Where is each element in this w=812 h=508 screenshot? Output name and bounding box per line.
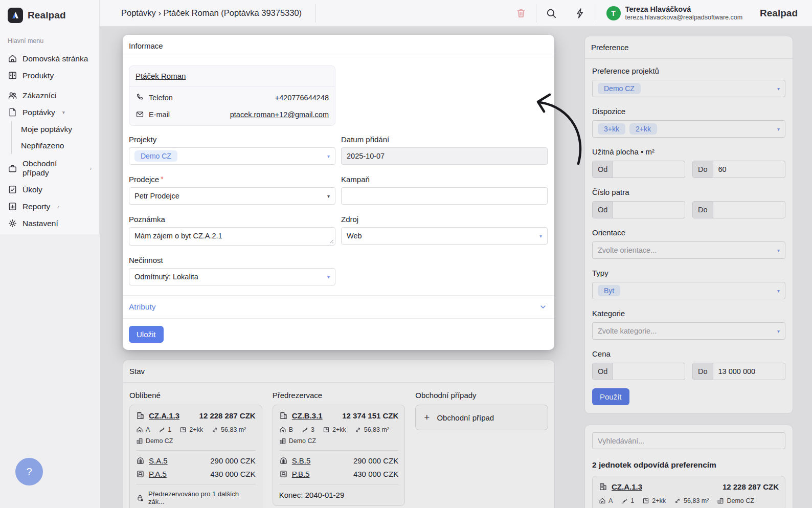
select-placeholder: Zvolte orientace... — [598, 246, 657, 254]
caret-right-icon: › — [90, 166, 92, 171]
sidebar-item-poptavky[interactable]: Poptávky ▾ — [4, 104, 95, 120]
field-poznamka: Poznámka Mám zájem o byt CZ.A.2.1 — [129, 215, 335, 246]
sidebar-item-domovska-stranka[interactable]: Domovská stránka — [4, 51, 95, 67]
poznamka-textarea[interactable]: Mám zájem o byt CZ.A.2.1 — [134, 232, 330, 245]
field-datum-pridani: Datum přidání 2025-10-07 — [341, 135, 548, 165]
resize-grip-icon[interactable] — [329, 239, 334, 244]
caret-down-icon: ▾ — [777, 328, 780, 334]
spec-value: 56,83 m² — [684, 497, 709, 504]
floor-from-input[interactable] — [613, 202, 685, 218]
to-affix: Do — [693, 202, 713, 218]
kampan-input[interactable] — [347, 188, 542, 204]
area-to-input[interactable] — [713, 161, 785, 178]
sidebar-item-label: Obchodní případy — [22, 159, 83, 178]
header-brand: Realpad — [760, 8, 798, 19]
field-projekty: Projekty Demo CZ ▾ — [129, 135, 335, 165]
stairs-icon — [621, 497, 628, 504]
unit-link[interactable]: CZ.A.1.3 — [612, 482, 642, 491]
price-to-input[interactable] — [713, 363, 785, 380]
lightning-icon[interactable] — [574, 8, 585, 19]
spec-value: B — [289, 426, 293, 433]
zdroj-select[interactable]: Web ▾ — [341, 227, 548, 245]
unit-specs: A 1 2+kk 56,83 m² — [136, 426, 256, 433]
sidebar-item-zakaznici[interactable]: Zákazníci — [4, 87, 95, 103]
date-added-field: 2025-10-07 — [341, 147, 548, 165]
projekty-select[interactable]: Demo CZ ▾ — [129, 147, 335, 165]
extra-link[interactable]: P.A.5 — [149, 470, 167, 478]
floor-to-input[interactable] — [713, 202, 785, 218]
home-icon — [599, 497, 606, 504]
spec-value: 1 — [630, 497, 634, 504]
sidebar-item-ukoly[interactable]: Úkoly — [4, 182, 95, 197]
spec-area: 56,83 m² — [354, 426, 389, 433]
user-info[interactable]: Tereza Hlaváčková tereza.hlavackova@real… — [625, 5, 742, 22]
apply-row: Použít — [592, 388, 785, 405]
orientation-select[interactable]: Zvolte orientace... ▾ — [592, 241, 785, 259]
email-value-link[interactable]: ptacek.roman+12@gmail.com — [230, 111, 329, 119]
atributy-toggle[interactable]: Atributy — [123, 295, 554, 318]
necinnost-select[interactable]: Odmítnutý: Lokalita ▾ — [129, 268, 335, 285]
trash-icon[interactable] — [515, 8, 527, 19]
note-text: Předrezervováno pro 1 dalších zák... — [148, 490, 256, 505]
stav-card: Stav Oblíbené CZ.A.1.3 12 228 287 CZK A … — [123, 360, 555, 508]
preference-title: Preference — [585, 36, 793, 59]
preference-projects-select[interactable]: Demo CZ ▾ — [592, 80, 785, 97]
field-label: Nečinnost — [129, 256, 335, 264]
breadcrumb[interactable]: Poptávky › Ptáček Roman (Poptávka 393753… — [121, 8, 302, 18]
apply-button[interactable]: Použít — [592, 388, 629, 405]
price-from-input[interactable] — [613, 363, 685, 380]
spec-project: Demo CZ — [717, 497, 754, 504]
stav-column-oblibene: Oblíbené CZ.A.1.3 12 228 287 CZK A 1 2+k… — [129, 391, 262, 508]
contact-name-link[interactable]: Ptáček Roman — [129, 66, 335, 86]
category-select[interactable]: Zvolte kategorie... ▾ — [592, 322, 785, 340]
sidebar-item-obchodni-pripady[interactable]: Obchodní případy › — [4, 156, 95, 181]
sidebar-item-label: Úkoly — [22, 185, 42, 194]
sidebar-item-moje-poptavky[interactable]: Moje poptávky — [19, 121, 95, 138]
extra-link[interactable]: P.B.5 — [292, 470, 310, 478]
field-label: Orientace — [592, 228, 785, 237]
field-prodejce: Prodejce * Petr Prodejce ▾ — [129, 175, 335, 205]
divider — [136, 450, 256, 451]
app-logo[interactable]: Realpad — [0, 0, 99, 28]
unit-link[interactable]: CZ.A.1.3 — [149, 411, 179, 420]
area-icon — [674, 497, 681, 504]
sidebar-item-nastaveni[interactable]: Nastavení — [4, 215, 95, 231]
dispozice-select[interactable]: 3+kk 2+kk ▾ — [592, 120, 785, 138]
customers-icon — [8, 91, 17, 100]
match-count-text: 2 jednotek odpovídá preferencím — [592, 460, 785, 470]
extra-link[interactable]: S.B.5 — [292, 456, 311, 465]
field-label: Dispozice — [592, 107, 785, 116]
floorplan-icon — [179, 426, 187, 433]
preference-card: Preference Preference projektů Demo CZ ▾… — [584, 36, 793, 414]
unit-price: 12 374 151 CZK — [342, 411, 398, 420]
spec-layout: 2+kk — [323, 426, 346, 433]
save-button[interactable]: Uložit — [129, 326, 164, 343]
project-icon — [279, 437, 286, 445]
spec-value: A — [608, 497, 613, 504]
types-select[interactable]: Byt ▾ — [592, 282, 785, 299]
field-label: Projekty — [129, 135, 335, 144]
user-avatar[interactable]: T — [606, 6, 621, 20]
user-name: Tereza Hlaváčková — [625, 5, 742, 14]
caret-down-icon: ▾ — [327, 274, 330, 280]
add-business-case-button[interactable]: + Obchodní případ — [415, 405, 548, 430]
lock-icon — [136, 494, 144, 502]
sidebar-item-neprirazeno[interactable]: Nepřiřazeno — [19, 138, 95, 154]
extra-link[interactable]: S.A.5 — [149, 456, 168, 465]
to-affix: Do — [693, 363, 713, 380]
area-icon — [354, 426, 362, 433]
sidebar-item-produkty[interactable]: Produkty — [4, 68, 95, 83]
help-button[interactable]: ? — [15, 458, 43, 485]
stairs-icon — [158, 426, 165, 433]
search-icon[interactable] — [546, 8, 557, 19]
sidebar-item-reporty[interactable]: Reporty › — [4, 198, 95, 214]
field-label: Prodejce * — [129, 175, 335, 184]
parking-icon — [136, 470, 145, 478]
select-value: Odmítnutý: Lokalita — [134, 273, 198, 281]
units-search-input[interactable] — [592, 432, 785, 449]
area-from-input[interactable] — [613, 161, 685, 178]
prodejce-select[interactable]: Petr Prodejce ▾ — [129, 187, 335, 205]
project-icon — [717, 497, 724, 504]
select-placeholder: Zvolte kategorie... — [598, 327, 657, 335]
unit-link[interactable]: CZ.B.3.1 — [292, 411, 323, 420]
